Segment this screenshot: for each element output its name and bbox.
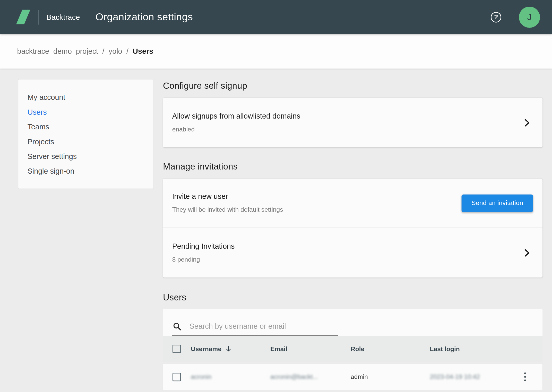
select-all-cell (163, 345, 191, 353)
sidebar-item-teams[interactable]: Teams (18, 120, 153, 134)
breadcrumb-item[interactable]: yolo (109, 47, 122, 56)
search-icon (173, 322, 182, 331)
invite-title: Invite a new user (172, 192, 447, 201)
pending-invitations-count: 8 pending (172, 256, 518, 263)
section-heading-invitations: Manage invitations (163, 162, 542, 172)
breadcrumb-separator: / (102, 47, 104, 56)
user-search-card (163, 309, 542, 336)
breadcrumb-item: Users (133, 47, 153, 56)
send-invitation-button[interactable]: Send an invitation (462, 194, 533, 212)
column-header-last-login[interactable]: Last login (430, 345, 518, 353)
pending-invitations-title: Pending Invitations (172, 242, 518, 251)
chevron-right-icon (524, 118, 530, 127)
cell-role: admin (351, 373, 430, 381)
invite-new-user-row: Invite a new user They will be invited w… (163, 179, 542, 228)
column-label-username: Username (191, 345, 221, 353)
sort-descending-icon (225, 345, 232, 352)
users-table-body: acronin acronin@backt... admin 2023-04-1… (163, 364, 542, 392)
page-body: My accountUsersTeamsProjectsServer setti… (0, 69, 552, 392)
pending-invitations-row[interactable]: Pending Invitations 8 pending (163, 228, 542, 278)
table-row: acronin acronin@backt... admin 2023-04-1… (163, 364, 542, 390)
users-table-header: Username Email Role Last login (163, 336, 542, 361)
row-checkbox[interactable] (173, 373, 181, 381)
app-header: Backtrace Organization settings ? J (0, 0, 552, 34)
cell-username: acronin (191, 373, 270, 381)
allowlisted-domains-title: Allow signups from allowlisted domains (172, 112, 518, 120)
invite-subtitle: They will be invited with default settin… (172, 206, 447, 213)
column-header-role[interactable]: Role (351, 345, 430, 353)
organization-settings-page: Backtrace Organization settings ? J _bac… (0, 0, 552, 392)
backtrace-logo-icon (15, 9, 31, 26)
breadcrumb-item[interactable]: _backtrace_demo_project (13, 47, 98, 56)
breadcrumb-separator: / (126, 47, 128, 56)
column-header-email[interactable]: Email (270, 345, 351, 353)
settings-sidebar: My accountUsersTeamsProjectsServer setti… (18, 79, 154, 189)
invitations-card: Invite a new user They will be invited w… (163, 179, 542, 278)
allowlisted-domains-row[interactable]: Allow signups from allowlisted domains e… (163, 98, 542, 147)
sidebar-item-users[interactable]: Users (18, 105, 153, 119)
search-input[interactable] (189, 322, 337, 331)
brand-name: Backtrace (46, 13, 80, 21)
brand-divider (38, 10, 39, 24)
cell-email: acronin@backt... (270, 373, 351, 381)
help-icon[interactable]: ? (491, 12, 501, 22)
user-search-field (172, 320, 338, 336)
main-content: Configure self signup Allow signups from… (163, 69, 542, 392)
avatar[interactable]: J (519, 6, 540, 28)
sidebar-item-projects[interactable]: Projects (18, 134, 153, 149)
section-heading-users: Users (163, 292, 542, 302)
breadcrumb: _backtrace_demo_project/yolo/Users (13, 47, 153, 56)
column-header-username[interactable]: Username (191, 345, 270, 353)
sidebar-item-server-settings[interactable]: Server settings (18, 149, 153, 164)
row-select-cell (163, 373, 191, 381)
cell-last-login: 2023-04-19 10:42 (430, 373, 518, 381)
page-title: Organization settings (96, 11, 193, 23)
allowlisted-domains-status: enabled (172, 126, 518, 133)
select-all-checkbox[interactable] (173, 345, 181, 353)
section-heading-self-signup: Configure self signup (163, 81, 542, 91)
breadcrumb-bar: _backtrace_demo_project/yolo/Users (0, 34, 552, 69)
chevron-right-icon (524, 248, 530, 257)
sidebar-item-my-account[interactable]: My account (18, 90, 153, 105)
row-menu-icon[interactable] (521, 372, 529, 382)
sidebar-item-single-sign-on[interactable]: Single sign-on (18, 164, 153, 179)
self-signup-card: Allow signups from allowlisted domains e… (163, 98, 542, 147)
